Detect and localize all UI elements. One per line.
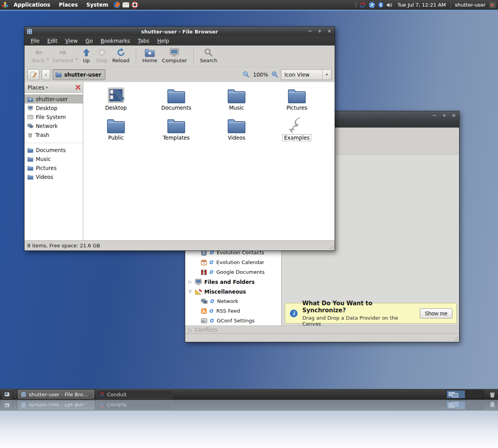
expander-collapsed-icon[interactable]: ▷ [188,279,193,284]
up-button[interactable]: Up [79,47,94,64]
file-icon-view[interactable]: Desktop Documents Music Pictures Public … [83,82,335,240]
home-button[interactable]: Home [140,47,160,64]
back-history-dropdown[interactable]: ▾ [47,57,49,61]
maximize-button[interactable]: + [317,28,322,34]
minimize-button[interactable]: − [432,112,437,119]
sidebar-item-file-system[interactable]: File System [25,112,83,121]
file-desktop[interactable]: Desktop [87,87,145,117]
sync-emblem-icon [209,250,214,255]
forward-history-dropdown[interactable]: ▾ [75,57,77,61]
sidebar-item-documents[interactable]: Documents [25,145,83,154]
info-icon: i [289,309,298,318]
menu-edit[interactable]: Edit [44,36,61,46]
workspace-1[interactable] [447,390,465,398]
resize-grip[interactable] [453,336,458,341]
task-file-browser[interactable]: shutter-user - File Bro... [18,390,94,399]
toggle-location-entry-button[interactable] [28,69,39,80]
places-sidebar: Places ▾ shutter-user Desktop File Syste… [25,82,83,240]
path-scroll-left-button[interactable]: ‹ [42,69,50,80]
shutter-tray-icon[interactable] [368,2,375,9]
expander-collapsed-icon: ▷ [188,327,192,333]
zoom-level[interactable]: 100% [252,72,269,78]
tree-item-google-documents[interactable]: Google Documents [185,267,281,277]
sidebar-close-icon[interactable] [75,85,81,90]
menu-help[interactable]: Help [153,36,173,46]
sidebar-item-music[interactable]: Music [25,154,83,163]
tree-item-rss-feed[interactable]: RSS Feed [185,306,281,316]
maximize-button[interactable]: + [442,112,446,119]
menu-bookmarks[interactable]: Bookmarks [97,36,134,46]
zoom-in-icon[interactable] [271,71,279,78]
reload-button[interactable]: Reload [110,47,132,64]
path-button-shutter-user[interactable]: shutter-user [53,69,105,80]
trash-applet-icon[interactable] [489,391,496,398]
tree-item-gconf-settings[interactable]: GConf Settings [185,316,281,326]
file-public[interactable]: Public [87,117,145,147]
file-browser-titlebar[interactable]: shutter-user - File Browser − + × [25,27,335,36]
applications-menu[interactable]: Applications [10,0,54,10]
zoom-out-icon[interactable] [242,71,250,78]
minimize-button[interactable]: − [308,28,312,34]
sidebar-item-pictures[interactable]: Pictures [25,163,83,172]
back-button[interactable]: Back [30,47,47,64]
task-conduit[interactable]: Conduit [96,390,173,399]
help-launcher-icon[interactable] [131,1,139,9]
file-documents[interactable]: Documents [147,87,205,117]
computer-button[interactable]: Computer [160,47,189,64]
search-button[interactable]: Search [198,47,220,64]
firefox-launcher-icon[interactable] [113,1,121,9]
task-conduit: Conduit [96,401,173,410]
mail-launcher-icon[interactable] [122,2,130,8]
logout-icon[interactable] [489,2,496,8]
places-menu[interactable]: Places [55,0,81,10]
tree-category-files-and-folders[interactable]: ▷ Files and Folders [185,277,281,287]
workspace-switcher[interactable] [446,390,484,399]
clock[interactable]: Tue Jul 7, 12:21 AM [395,2,448,8]
sidebar-item-trash[interactable]: Trash [25,130,83,139]
computer-icon [195,278,202,285]
tasklist-handle[interactable] [14,391,16,397]
file-music[interactable]: Music [207,87,266,117]
miscellaneous-icon [195,288,202,295]
workspace-2[interactable] [465,390,483,398]
file-templates[interactable]: Templates [147,117,205,147]
file-pictures[interactable]: Pictures [268,87,326,117]
file-videos[interactable]: Videos [207,117,266,147]
close-button[interactable]: × [327,28,331,34]
sidebar-item-home[interactable]: shutter-user [25,94,83,103]
sync-emblem-icon [210,299,215,304]
calendar-icon: 3 [201,259,207,266]
show-me-button[interactable]: Show me [420,308,452,318]
stop-button[interactable]: Stop [94,47,110,64]
sidebar-header[interactable]: Places ▾ [25,82,83,93]
volume-tray-icon[interactable] [386,2,393,8]
tree-item-network[interactable]: Network [185,296,281,306]
tasklist-handle [14,402,16,408]
sidebar-item-desktop[interactable]: Desktop [25,103,83,112]
sidebar-item-videos[interactable]: Videos [25,172,83,181]
tree-category-miscellaneous[interactable]: ▽ Miscellaneous [185,287,281,296]
close-button[interactable]: × [452,112,456,119]
user-switcher[interactable]: shutter-user [453,2,487,8]
file-examples[interactable]: Examples [268,117,326,147]
menu-file[interactable]: File [27,36,44,46]
system-menu[interactable]: System [83,0,112,10]
forward-button[interactable]: Forward [51,47,75,64]
conduit-tray-icon[interactable] [359,2,366,9]
folder-icon [227,87,246,104]
expander-expanded-icon[interactable]: ▽ [188,289,193,294]
distro-logo-icon[interactable] [2,2,9,9]
menu-go[interactable]: Go [82,36,97,46]
sync-emblem-icon [209,270,214,275]
menu-tabs[interactable]: Tabs [134,36,153,46]
show-desktop-button[interactable] [2,390,12,399]
trash-applet-icon [489,402,496,409]
resize-grip[interactable] [329,245,334,250]
bluetooth-tray-icon[interactable] [378,2,384,8]
tree-item-evolution-calendar[interactable]: 3 Evolution Calendar [185,257,281,267]
workspace-switcher [446,401,484,410]
view-mode-select[interactable]: Icon View ▾ [281,69,331,80]
sidebar-item-network[interactable]: Network [25,121,83,130]
menu-view[interactable]: View [61,36,82,46]
tray-handle[interactable] [355,2,357,8]
